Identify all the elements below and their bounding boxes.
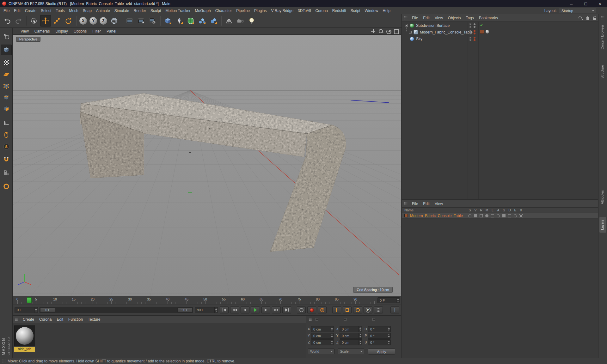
viewport-menu-filter[interactable]: Filter: [89, 29, 104, 33]
panel-grip-icon[interactable]: [15, 318, 19, 321]
editor-render-dots[interactable]: [474, 30, 475, 34]
spinner-icon[interactable]: [330, 333, 334, 338]
menu-item-plugins[interactable]: Plugins: [252, 7, 269, 14]
viewport-menu-display[interactable]: Display: [52, 29, 71, 33]
points-mode-button[interactable]: [1, 81, 12, 91]
expand-expander-icon[interactable]: [409, 31, 412, 33]
viewport-menu-view[interactable]: View: [18, 29, 32, 33]
viewport-canvas[interactable]: [13, 35, 401, 296]
material-menu-function[interactable]: Function: [66, 317, 85, 322]
menu-item-snap[interactable]: Snap: [81, 7, 94, 14]
texture-mode-button[interactable]: [1, 57, 12, 68]
layer-toggle-animation[interactable]: [497, 214, 500, 217]
layer-color-swatch[interactable]: [404, 214, 408, 217]
maximize-button[interactable]: □: [579, 0, 593, 7]
goto-start-button[interactable]: [220, 306, 229, 313]
preview-range-slider[interactable]: 0 F 90 F: [40, 307, 193, 313]
layer-toggle-solo[interactable]: [468, 214, 471, 217]
prev-frame-button[interactable]: [241, 306, 249, 313]
autokey-button[interactable]: [318, 306, 327, 313]
material-menu-corona[interactable]: Corona: [37, 317, 54, 322]
tree-row-console-table[interactable]: Modern_Fabric_Console_Table: [402, 29, 598, 35]
range-start-handle[interactable]: 0 F: [40, 307, 55, 312]
menu-item-mograph[interactable]: MoGraph: [193, 7, 213, 14]
material-menu-edit[interactable]: Edit: [54, 317, 66, 322]
render-picture-viewer-button[interactable]: [136, 15, 146, 27]
viewport-menu-options[interactable]: Options: [71, 29, 89, 33]
space-dropdown[interactable]: World: [308, 349, 334, 354]
spinner-icon[interactable]: [214, 307, 218, 313]
coordinate-system-button[interactable]: [109, 15, 120, 27]
visibility-toggles[interactable]: [469, 23, 471, 28]
menu-item-edit[interactable]: Edit: [12, 7, 23, 14]
collapse-expander-icon[interactable]: [405, 24, 408, 27]
material-thumbnail[interactable]: [14, 325, 35, 346]
menu-item-motion-tracker[interactable]: Motion Tracker: [163, 7, 193, 14]
snap-toggle-button[interactable]: S: [1, 141, 12, 152]
lock-workplane-button[interactable]: [1, 167, 12, 178]
menu-item-vray-bridge[interactable]: V-Ray Bridge: [269, 7, 296, 14]
range-end-handle[interactable]: 90 F: [177, 307, 193, 312]
menu-item-3dtoall[interactable]: 3DToAll: [296, 7, 313, 14]
current-frame-marker[interactable]: [27, 297, 32, 303]
tree-row-sky[interactable]: Sky: [402, 35, 598, 42]
material-name-label[interactable]: side_tab: [14, 347, 35, 352]
add-spline-pen-button[interactable]: [174, 15, 185, 27]
minimize-button[interactable]: –: [564, 0, 579, 7]
menu-item-select[interactable]: Select: [39, 7, 53, 14]
layer-toggle-xref[interactable]: [519, 214, 523, 217]
add-floor-button[interactable]: [224, 15, 234, 27]
keyframe-selection-button[interactable]: [297, 306, 306, 313]
menu-item-sculpt[interactable]: Sculpt: [148, 7, 163, 14]
layer-toggle-lock[interactable]: [491, 214, 494, 217]
zoom-view-icon[interactable]: [378, 28, 383, 34]
pos-z-field[interactable]: 0 cm: [311, 339, 334, 345]
spinner-icon[interactable]: [34, 307, 38, 313]
panel-grip-icon[interactable]: [309, 318, 313, 321]
rotate-tool-button[interactable]: [63, 15, 74, 27]
render-view-button[interactable]: [124, 15, 135, 27]
material-menu-texture[interactable]: Texture: [85, 317, 103, 322]
rotation-group-header[interactable]: --: [372, 318, 379, 321]
size-group-header[interactable]: --: [344, 318, 350, 321]
model-mode-button[interactable]: [1, 45, 12, 55]
tab-structure[interactable]: Structure: [599, 62, 606, 82]
tab-layers[interactable]: Layers: [599, 217, 606, 233]
size-y-field[interactable]: 0 cm: [340, 333, 362, 339]
toggle-view-icon[interactable]: [393, 28, 399, 34]
panel-grip-icon[interactable]: [404, 16, 408, 20]
spinner-icon[interactable]: [387, 333, 390, 338]
end-frame-field[interactable]: 90 F: [195, 307, 218, 313]
menu-item-script[interactable]: Script: [348, 7, 363, 14]
menu-item-window[interactable]: Window: [363, 7, 381, 14]
quantize-ring-button[interactable]: [1, 181, 12, 192]
search-icon[interactable]: [578, 16, 583, 21]
scale-tool-button[interactable]: [52, 15, 62, 27]
parameter-key-toggle[interactable]: P: [364, 306, 372, 313]
tweak-mode-button[interactable]: [1, 130, 12, 140]
menu-item-redshift[interactable]: Redshift: [330, 7, 348, 14]
rotation-key-toggle[interactable]: [353, 306, 362, 313]
spinner-icon[interactable]: [359, 340, 362, 345]
pla-key-toggle[interactable]: [374, 306, 383, 313]
menu-item-corona[interactable]: Corona: [313, 7, 330, 14]
polygons-mode-button[interactable]: [1, 103, 12, 114]
position-key-toggle[interactable]: [332, 306, 341, 313]
mode-dropdown[interactable]: Scale: [338, 349, 364, 354]
add-metaball-button[interactable]: [208, 15, 219, 27]
play-button[interactable]: [251, 306, 260, 313]
rot-h-field[interactable]: 0 °: [368, 326, 391, 332]
panel-grip-icon[interactable]: [601, 16, 605, 20]
rotate-view-icon[interactable]: [386, 28, 391, 34]
add-array-button[interactable]: [197, 15, 207, 27]
menu-item-pipeline[interactable]: Pipeline: [234, 7, 252, 14]
visibility-toggles[interactable]: [469, 30, 471, 34]
material-menu-create[interactable]: Create: [20, 317, 37, 322]
timeline-layout-button[interactable]: [390, 306, 399, 313]
menu-item-help[interactable]: Help: [380, 7, 393, 14]
lock-icon[interactable]: [592, 16, 596, 21]
spinner-icon[interactable]: [359, 333, 362, 338]
layer-toggle-deformers[interactable]: [508, 214, 511, 217]
prev-key-button[interactable]: [230, 306, 239, 313]
spinner-icon[interactable]: [330, 340, 334, 345]
